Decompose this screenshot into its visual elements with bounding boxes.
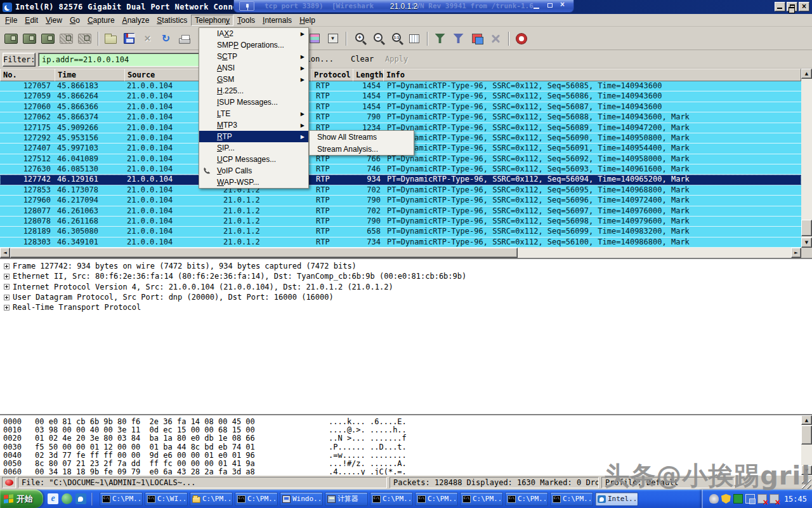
- filter-button[interactable]: Filter:: [3, 53, 36, 67]
- taskbar-button[interactable]: C:\PM...: [190, 492, 233, 506]
- taskbar-button[interactable]: Windo...: [280, 492, 323, 506]
- menubar-item-view[interactable]: View: [42, 15, 66, 26]
- open-file-button[interactable]: [102, 30, 119, 47]
- menu-item-sip[interactable]: SIP...: [199, 142, 308, 154]
- vscroll-thumb[interactable]: [801, 220, 812, 236]
- hex-row[interactable]: 004002 3d 77 fe ff ff 00 00 9d e6 00 00 …: [0, 451, 812, 459]
- help-button[interactable]: [513, 30, 530, 47]
- scroll-right-icon[interactable]: ►: [791, 248, 801, 258]
- menubar-item-statistics[interactable]: Statistics: [153, 15, 191, 26]
- clear-button[interactable]: Clear: [351, 55, 374, 64]
- network-disconnected-icon[interactable]: [757, 494, 767, 504]
- detail-row[interactable]: Internet Protocol Version 4, Src: 21.0.0…: [3, 282, 812, 292]
- network-disconnected-icon[interactable]: [769, 494, 779, 504]
- packet-row[interactable]: 12705945.86626421.0.0.104RTP1454PT=Dynam…: [0, 91, 801, 102]
- packet-row[interactable]: 12807746.26106321.0.0.10421.0.1.2RTP702P…: [0, 206, 801, 217]
- taskbar-button[interactable]: C:\PM...: [505, 492, 548, 506]
- submenu-item-stream-analysis[interactable]: Stream Analysis...: [310, 143, 414, 155]
- scroll-down-icon[interactable]: ▼: [801, 237, 812, 248]
- rdp-minimize-button[interactable]: [533, 3, 540, 9]
- detail-row[interactable]: Real-Time Transport Protocol: [3, 302, 812, 312]
- taskbar-button[interactable]: Intel...: [595, 492, 638, 506]
- menu-item-wap-wsp[interactable]: WAP-WSP...: [199, 177, 308, 188]
- rdp-close-button[interactable]: ×: [560, 3, 567, 9]
- rdp-restore-button[interactable]: [546, 3, 554, 9]
- ie-icon[interactable]: e: [48, 493, 58, 504]
- menu-item-ansi[interactable]: ANSI▶: [199, 62, 308, 74]
- menubar-item-help[interactable]: Help: [296, 15, 319, 26]
- mouse-icon[interactable]: [709, 494, 719, 504]
- packet-row[interactable]: 12818946.30508021.0.0.10421.0.1.2RTP658P…: [0, 227, 801, 237]
- packet-row[interactable]: 12807846.26116821.0.0.10421.0.1.2RTP790P…: [0, 217, 801, 227]
- zoom-100-button[interactable]: 1:1: [387, 30, 404, 47]
- capture-start-button[interactable]: [39, 30, 56, 47]
- expand-plus-icon[interactable]: [4, 264, 10, 269]
- hex-row[interactable]: 00508c 80 07 21 23 2f 7a dd ff fc 00 00 …: [0, 459, 812, 467]
- zoom-in-button[interactable]: +: [350, 30, 367, 47]
- column-header-length[interactable]: Length: [353, 69, 384, 81]
- submenu-item-show-all-streams[interactable]: Show All Streams: [310, 131, 414, 143]
- menubar-item-telephony[interactable]: Telephony: [191, 15, 233, 26]
- interfaces-button[interactable]: [3, 30, 20, 47]
- security-shield-icon[interactable]: [721, 494, 731, 504]
- menubar-item-capture[interactable]: Capture: [84, 15, 119, 26]
- expand-plus-icon[interactable]: [4, 305, 10, 311]
- scroll-up-icon[interactable]: ▲: [801, 415, 812, 425]
- packet-row[interactable]: 12774246.12916121.0.0.104RTP934PT=Dynami…: [0, 175, 801, 185]
- taskbar-button[interactable]: C:\WI...: [145, 492, 188, 506]
- column-header-time[interactable]: Time: [55, 69, 125, 81]
- detail-row[interactable]: User Datagram Protocol, Src Port: dnp (2…: [3, 292, 812, 302]
- hex-row[interactable]: 000000 e0 81 cb 6b 9b 80 f6 2e 36 fa 14 …: [0, 417, 812, 425]
- detail-row[interactable]: Frame 127742: 934 bytes on wire (7472 bi…: [3, 261, 812, 271]
- scroll-left-icon[interactable]: ◄: [0, 248, 10, 258]
- capture-options-button[interactable]: [21, 30, 38, 47]
- taskbar-button[interactable]: 计算器: [325, 492, 368, 506]
- scroll-up-icon[interactable]: ▲: [801, 69, 812, 79]
- expert-info-button[interactable]: [2, 477, 16, 488]
- network-icon[interactable]: [745, 494, 755, 504]
- menu-item-sctp[interactable]: SCTP▶: [199, 51, 308, 62]
- messenger-icon[interactable]: [62, 493, 72, 504]
- menu-item-rtp[interactable]: RTP▶: [199, 131, 308, 142]
- taskbar-button[interactable]: C:\PM...: [460, 492, 503, 506]
- menu-item-lte[interactable]: LTE▶: [199, 108, 308, 119]
- preferences-button[interactable]: [487, 30, 504, 47]
- memory-indicator-icon[interactable]: [733, 494, 743, 504]
- menubar-item-file[interactable]: File: [1, 15, 21, 26]
- display-filter-button[interactable]: [450, 30, 467, 47]
- menubar-item-go[interactable]: Go: [66, 15, 84, 26]
- restore-button[interactable]: [787, 2, 797, 11]
- hex-row[interactable]: 001003 98 00 00 40 00 3e 11 0d ec 15 00 …: [0, 425, 812, 434]
- column-header-info[interactable]: Info: [383, 69, 801, 81]
- menu-item-gsm[interactable]: GSM▶: [199, 74, 308, 85]
- menu-item-ucp-messages[interactable]: UCP Messages...: [199, 154, 308, 165]
- print-button[interactable]: [176, 30, 193, 47]
- close-button[interactable]: ×: [799, 2, 809, 11]
- scroll-down-icon[interactable]: ▼: [801, 465, 812, 475]
- detail-row[interactable]: Ethernet II, Src: 80:f6:2e:36:fa:14 (80:…: [3, 271, 812, 281]
- capture-filter-button[interactable]: [431, 30, 449, 47]
- expand-plus-icon[interactable]: [4, 284, 10, 290]
- packet-row[interactable]: 12796046.21709421.0.0.10421.0.1.2RTP790P…: [0, 196, 801, 206]
- resize-columns-button[interactable]: [405, 30, 422, 47]
- zoom-out-button[interactable]: −: [369, 30, 386, 47]
- menubar-item-internals[interactable]: Internals: [259, 15, 296, 26]
- packet-row[interactable]: 12830346.34910121.0.0.10421.0.1.2RTP734P…: [0, 237, 801, 248]
- column-header-no[interactable]: No.: [0, 69, 55, 81]
- packet-row[interactable]: 12751246.04108921.0.0.104RTP766PT=Dynami…: [0, 154, 801, 164]
- packet-row[interactable]: 12705745.86618321.0.0.104RTP1454PT=Dynam…: [0, 81, 801, 91]
- reload-button[interactable]: ↻: [157, 30, 174, 47]
- menubar-item-edit[interactable]: Edit: [21, 15, 42, 26]
- packet-row[interactable]: 12763046.08513021.0.0.104RTP746PT=Dynami…: [0, 164, 801, 175]
- taskbar-button[interactable]: C:\PM...: [100, 492, 143, 506]
- vscroll-thumb[interactable]: [801, 425, 812, 444]
- taskbar-button[interactable]: C:\PM...: [370, 492, 413, 506]
- hex-row[interactable]: 002001 02 4e 20 3e 80 03 84 ba 1a 80 e0 …: [0, 434, 812, 442]
- hex-row[interactable]: 0030f5 50 00 00 01 12 00 00 01 ba 44 8c …: [0, 443, 812, 451]
- packet-row[interactable]: 12706245.86637421.0.0.104RTP790PT=Dynami…: [0, 112, 801, 123]
- wireshark-icon[interactable]: [75, 493, 86, 504]
- expand-plus-icon[interactable]: [4, 274, 10, 279]
- menu-item-iax2[interactable]: IAX2▶: [199, 28, 308, 39]
- resize-grip[interactable]: [802, 479, 811, 489]
- column-header-protocol[interactable]: Protocol: [311, 69, 353, 81]
